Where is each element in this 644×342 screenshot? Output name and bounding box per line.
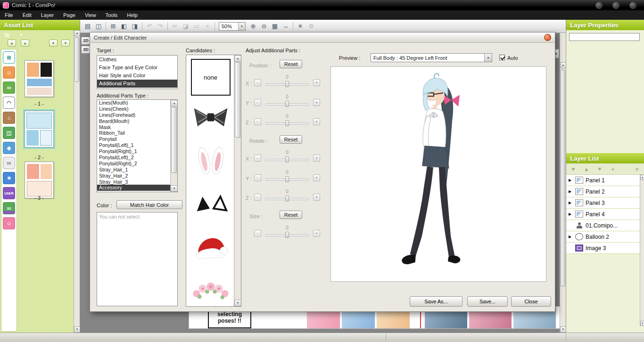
slider-thumb[interactable] xyxy=(285,101,289,107)
target-item[interactable]: Clothes xyxy=(97,56,177,64)
target-item[interactable]: Face Type and Eye Color xyxy=(97,64,177,72)
target-item[interactable]: Hair Style and Color xyxy=(97,72,177,80)
scroll-up-icon[interactable]: ▲ xyxy=(560,62,566,68)
decrease-button[interactable]: - xyxy=(254,174,261,181)
parts-type-item[interactable]: Mask xyxy=(97,124,171,130)
duplicate-page-icon[interactable]: ◧ xyxy=(119,21,129,32)
auto-checkbox[interactable] xyxy=(499,55,505,60)
page-thumbnail-3[interactable] xyxy=(25,162,54,198)
zoom-in-icon[interactable]: ⊕ xyxy=(248,21,258,32)
layer-row-character[interactable]: ▶ 01.Comipo... xyxy=(566,220,640,231)
parts-type-item[interactable]: Ponytail(Right)_1 xyxy=(97,148,171,155)
expand-arrow-icon[interactable]: ▶ xyxy=(569,235,573,239)
rotate-reset-button[interactable]: Reset xyxy=(280,135,302,144)
scroll-thumb[interactable] xyxy=(74,37,79,82)
move-down-icon[interactable]: ▼ xyxy=(49,40,58,47)
parts-type-item[interactable]: Lines(Mouth) xyxy=(97,100,171,106)
increase-button[interactable]: + xyxy=(313,99,320,106)
minimize-button[interactable] xyxy=(595,2,603,9)
expand-arrow-icon[interactable]: ▶ xyxy=(569,212,573,216)
increase-button[interactable]: + xyxy=(313,194,320,201)
slider-thumb[interactable] xyxy=(285,120,289,126)
canvas-vertical-scrollbar[interactable]: ▲ ▼ xyxy=(560,33,566,333)
position-x-slider[interactable] xyxy=(265,81,309,88)
size-reset-button[interactable]: Reset xyxy=(280,211,302,219)
scroll-thumb[interactable] xyxy=(561,70,565,286)
asset-category-grid-icon[interactable]: ⊞ xyxy=(3,51,15,64)
increase-button[interactable]: + xyxy=(313,79,320,86)
maximize-button[interactable] xyxy=(612,2,619,9)
scroll-up-icon[interactable]: ▲ xyxy=(74,30,80,36)
rotate-y-slider[interactable] xyxy=(265,176,309,183)
print-icon[interactable]: ▤ xyxy=(83,21,93,32)
layer-merge-icon[interactable]: ▾ xyxy=(596,166,603,172)
expand-arrow-icon[interactable]: ▶ xyxy=(569,178,573,182)
slider-thumb[interactable] xyxy=(285,156,289,163)
settings-icon[interactable]: ⚙ xyxy=(306,21,316,32)
redo-icon[interactable]: ↷ xyxy=(155,21,165,32)
decrease-button[interactable]: - xyxy=(254,230,261,237)
match-hair-color-button[interactable]: Match Hair Color xyxy=(116,200,182,209)
page-thumbnail-2[interactable] xyxy=(25,111,54,147)
chevron-down-icon[interactable]: ▾ xyxy=(484,54,492,62)
close-dialog-button[interactable]: Close xyxy=(511,296,551,307)
candidate-none[interactable]: none xyxy=(191,59,231,96)
dialog-close-icon[interactable] xyxy=(544,34,551,41)
scroll-up-icon[interactable]: ▲ xyxy=(640,175,644,180)
undo-icon[interactable]: ↶ xyxy=(144,21,155,32)
asset-category-extra-character-icon[interactable]: ☺ xyxy=(3,217,15,229)
delete-icon[interactable]: × xyxy=(202,21,213,32)
move-top-icon[interactable]: ▲ xyxy=(8,40,16,47)
decrease-button[interactable]: - xyxy=(254,155,261,162)
position-z-slider[interactable] xyxy=(265,120,309,127)
decrease-button[interactable]: - xyxy=(254,194,261,201)
asset-category-3d-character-icon[interactable]: 3D xyxy=(3,81,15,94)
scroll-down-icon[interactable]: ▼ xyxy=(560,326,566,333)
layer-trash-icon[interactable]: × xyxy=(634,166,640,172)
parts-type-item[interactable]: Ponytail(Left)_1 xyxy=(97,142,171,148)
scroll-down-icon[interactable]: ▼ xyxy=(640,321,644,326)
increase-button[interactable]: + xyxy=(313,230,320,237)
parts-type-item[interactable]: Ponytail(Right)_2 xyxy=(97,161,171,167)
candidates-scrollbar[interactable]: ▲ ▼ xyxy=(234,55,241,306)
parts-type-item[interactable]: Beard(Mouth) xyxy=(97,118,171,124)
decrease-button[interactable]: - xyxy=(254,99,261,106)
asset-list-scrollbar[interactable]: ▲ ▼ xyxy=(74,30,80,333)
candidate-plaid-ribbon[interactable] xyxy=(186,96,235,139)
layer-row-panel-4[interactable]: ▶ Panel 4 xyxy=(566,209,640,220)
slider-thumb[interactable] xyxy=(285,232,289,238)
move-bottom-icon[interactable]: ▼ xyxy=(61,40,70,47)
parts-type-item[interactable]: Stray_Hair_2 xyxy=(97,173,171,179)
layer-properties-input[interactable] xyxy=(569,33,640,41)
parts-type-item[interactable]: Stray_Hair_3 xyxy=(97,179,171,185)
asset-category-effect-star-icon[interactable]: ✳ xyxy=(3,172,15,184)
candidate-rabbit-ears[interactable] xyxy=(186,139,235,182)
scroll-down-icon[interactable]: ▼ xyxy=(234,300,241,306)
position-y-slider[interactable] xyxy=(265,100,309,107)
parts-type-item[interactable]: Lines(Cheek) xyxy=(97,106,171,112)
paste-icon[interactable]: ▭ xyxy=(191,21,202,32)
menu-view[interactable]: View xyxy=(80,10,101,20)
parts-type-scrollbar[interactable]: ▲ ▼ xyxy=(170,100,177,192)
asset-category-effect-drop-icon[interactable]: ◆ xyxy=(3,142,15,154)
asset-category-character-icon[interactable]: ☺ xyxy=(3,66,15,79)
asset-category-user-character-icon[interactable]: USER xyxy=(3,187,15,199)
asset-category-sound-effect-icon[interactable]: SE xyxy=(3,157,15,169)
expand-arrow-icon[interactable]: ▶ xyxy=(569,201,573,205)
slider-thumb[interactable] xyxy=(285,195,289,202)
candidate-cat-ears[interactable] xyxy=(186,182,235,226)
layer-move-up-icon[interactable]: ▲ xyxy=(583,166,590,172)
size-slider[interactable] xyxy=(265,231,309,238)
layer-row-image[interactable]: ▶ Image 3 xyxy=(566,243,640,254)
close-button[interactable] xyxy=(629,2,636,9)
scroll-down-icon[interactable]: ▼ xyxy=(74,326,80,333)
export-page-icon[interactable]: ◨ xyxy=(130,21,140,32)
cut-icon[interactable]: ✂ xyxy=(170,21,180,32)
scroll-thumb[interactable] xyxy=(171,107,177,173)
menu-help[interactable]: Help xyxy=(122,10,142,20)
zoom-select[interactable]: 50% ▾ xyxy=(219,22,246,31)
preview-view-select[interactable]: Full Body : 45 Degree Left Front ▾ xyxy=(371,53,492,62)
slider-thumb[interactable] xyxy=(285,81,289,87)
layer-row-panel-2[interactable]: ▶ Panel 2 xyxy=(566,186,640,197)
expand-arrow-icon[interactable]: ▶ xyxy=(569,189,573,194)
